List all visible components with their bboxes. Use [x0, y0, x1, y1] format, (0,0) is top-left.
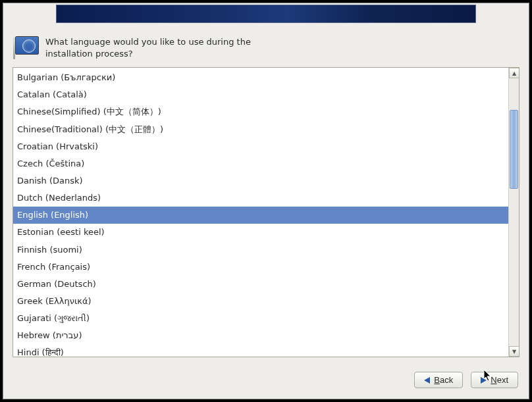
scroll-down-button[interactable]: ▼ — [509, 346, 519, 357]
next-button-label: Next — [491, 375, 508, 385]
footer: Back Next — [3, 364, 529, 399]
scrollbar[interactable]: ▲ ▼ — [508, 68, 519, 357]
prompt-text: What language would you like to use duri… — [45, 36, 269, 59]
header-banner — [56, 5, 476, 23]
back-button[interactable]: Back — [414, 372, 463, 388]
prompt-row: What language would you like to use duri… — [15, 36, 517, 59]
language-list[interactable]: Bulgarian (Български)Catalan (Català)Chi… — [13, 68, 508, 357]
list-item[interactable]: Bulgarian (Български) — [13, 69, 508, 86]
list-item[interactable]: Hebrew (עברית) — [13, 327, 508, 344]
installer-window: What language would you like to use duri… — [3, 3, 529, 399]
language-list-frame: Bulgarian (Български)Catalan (Català)Chi… — [13, 67, 519, 357]
list-item[interactable]: Catalan (Català) — [13, 86, 508, 103]
list-item[interactable]: English (English) — [13, 207, 508, 224]
list-item[interactable]: Finnish (suomi) — [13, 241, 508, 259]
list-item[interactable]: Greek (Ελληνικά) — [13, 293, 508, 310]
list-item[interactable]: Dutch (Nederlands) — [13, 189, 508, 207]
list-item[interactable]: French (Français) — [13, 259, 508, 276]
scroll-thumb[interactable] — [510, 110, 518, 189]
list-item[interactable]: Czech (Čeština) — [13, 155, 508, 172]
arrow-right-icon — [481, 377, 487, 384]
back-button-label: Back — [434, 375, 453, 385]
list-item[interactable]: Danish (Dansk) — [13, 172, 508, 189]
arrow-left-icon — [424, 377, 430, 384]
list-item[interactable]: Gujarati (ગુજરાતી) — [13, 310, 508, 327]
next-button[interactable]: Next — [471, 372, 518, 388]
list-item[interactable]: Chinese(Simplified) (中文（简体）) — [13, 103, 508, 120]
language-flag-icon — [15, 36, 39, 55]
list-item[interactable]: German (Deutsch) — [13, 276, 508, 293]
list-item[interactable]: Chinese(Traditional) (中文（正體）) — [13, 121, 508, 138]
list-item[interactable]: Hindi (हिन्दी) — [13, 344, 508, 357]
list-item[interactable]: Croatian (Hrvatski) — [13, 138, 508, 155]
scroll-up-button[interactable]: ▲ — [509, 68, 519, 78]
list-item[interactable]: Estonian (eesti keel) — [13, 224, 508, 241]
